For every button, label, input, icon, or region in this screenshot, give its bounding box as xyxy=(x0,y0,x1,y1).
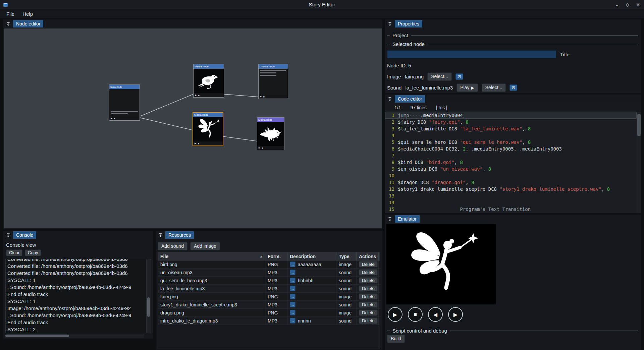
mini-play-icon[interactable]: ▶ xyxy=(195,142,196,145)
header-description[interactable]: Description xyxy=(287,252,336,260)
mini-stop-icon[interactable]: ■ xyxy=(262,147,263,149)
cell-type: sound xyxy=(336,269,357,276)
panel-title-code-editor[interactable]: Code editor xyxy=(395,95,425,103)
stop-button[interactable]: ■ xyxy=(408,307,423,322)
mini-play-icon[interactable]: ▶ xyxy=(259,147,260,149)
delete-button[interactable]: Delete xyxy=(359,317,378,324)
copy-button[interactable]: Copy xyxy=(25,249,41,256)
code-text: $mediaChoice0004 DC32, 2, .mediaEntry000… xyxy=(398,145,562,152)
delete-button[interactable]: Delete xyxy=(359,309,378,316)
add-sound-button[interactable]: Add sound xyxy=(158,242,187,250)
node-media-dragon[interactable]: Media node ▶ ■ xyxy=(257,117,284,150)
code-scrollbar-thumb[interactable] xyxy=(637,114,641,136)
collapse-icon[interactable] xyxy=(5,232,11,238)
code-scrollbar[interactable] xyxy=(637,112,641,213)
node-media-fairy[interactable]: Media node ▶ ■ xyxy=(193,112,223,146)
node-media-controls[interactable]: ▶ ■ xyxy=(259,95,288,99)
header-actions[interactable]: Actions xyxy=(357,252,379,260)
description-edit-button[interactable]: .. xyxy=(290,278,296,283)
description-edit-button[interactable]: .. xyxy=(290,294,296,299)
panel-title-node-editor[interactable]: Node editor xyxy=(13,20,43,27)
panel-title-emulator[interactable]: Emulator xyxy=(395,215,420,223)
table-row[interactable]: story1_drako_luminelle_sceptre.mp3MP3..s… xyxy=(158,301,380,309)
delete-button[interactable]: Delete xyxy=(359,301,378,308)
build-button[interactable]: Build xyxy=(387,335,405,343)
panel-title-console[interactable]: Console xyxy=(13,231,36,239)
mini-play-icon[interactable]: ▶ xyxy=(195,94,197,97)
code-lines[interactable]: 1jump····.mediaEntry00042$fairy DC8 "fai… xyxy=(385,112,637,213)
table-row[interactable]: un_oiseau.mp3MP3..soundDelete xyxy=(158,269,380,277)
image-select-button[interactable]: Select... xyxy=(427,72,452,81)
clear-button[interactable]: Clear xyxy=(6,249,22,256)
code-text: $la_fee_luminelle DC8 "la_fee_luminelle.… xyxy=(398,125,531,132)
play-button[interactable]: ▶ xyxy=(388,307,402,322)
panel-title-properties[interactable]: Properties xyxy=(395,20,422,27)
node-header: Intro node xyxy=(109,85,140,89)
maximize-icon[interactable]: ◇ xyxy=(626,2,629,7)
mini-stop-icon[interactable]: ■ xyxy=(198,94,199,97)
mini-play-icon[interactable]: ▶ xyxy=(260,95,262,98)
node-media-controls[interactable]: ▶ ■ xyxy=(257,146,284,150)
mini-stop-icon[interactable]: ■ xyxy=(114,117,115,120)
image-clear-button[interactable]: ⊠ xyxy=(455,73,463,80)
console-line: End of audio track xyxy=(7,319,151,326)
sound-clear-button[interactable]: ⊠ xyxy=(509,84,517,91)
node-canvas[interactable]: Intro node ▶ ■ Media node ▶ xyxy=(3,28,382,229)
delete-button[interactable]: Delete xyxy=(359,285,378,292)
console-vscrollbar[interactable] xyxy=(146,259,151,333)
mini-stop-icon[interactable]: ■ xyxy=(198,142,199,145)
delete-button[interactable]: Delete xyxy=(359,293,378,300)
console-hscrollbar[interactable] xyxy=(5,334,144,338)
step-back-button[interactable]: ◀ xyxy=(428,307,443,322)
header-file[interactable]: File ▲ xyxy=(158,252,265,260)
node-intro[interactable]: Intro node ▶ ■ xyxy=(109,84,140,121)
delete-button[interactable]: Delete xyxy=(359,261,378,268)
node-media-controls[interactable]: ▶ ■ xyxy=(109,116,140,120)
table-row[interactable]: intro_drako_le_dragon.mp3MP3..nnnnnsound… xyxy=(158,317,380,325)
sound-select-button[interactable]: Select... xyxy=(482,83,506,92)
description-edit-button[interactable]: .. xyxy=(290,302,296,307)
console-hscrollbar-thumb[interactable] xyxy=(5,335,69,337)
description-edit-button[interactable]: .. xyxy=(290,310,296,315)
table-row[interactable]: bird.pngPNG..aaaaaaaaaimageDelete xyxy=(158,260,380,269)
title-input[interactable] xyxy=(387,50,556,58)
titlebar[interactable]: Story Editor ⌄ ◇ ✕ xyxy=(0,0,644,9)
step-forward-button[interactable]: ▶ xyxy=(448,307,463,322)
description-edit-button[interactable]: .. xyxy=(290,270,296,275)
table-row[interactable]: fairy.pngPNG..imageDelete xyxy=(158,293,380,301)
panel-title-resources[interactable]: Resources xyxy=(165,231,194,239)
delete-button[interactable]: Delete xyxy=(359,269,378,276)
console-log: Converted file: /home/anthony/ostproj/ba… xyxy=(5,259,151,333)
collapse-icon[interactable] xyxy=(387,216,392,222)
node-media-controls[interactable]: ▶ ■ xyxy=(194,93,224,97)
header-format[interactable]: Form. xyxy=(265,252,287,260)
close-icon[interactable]: ✕ xyxy=(636,2,640,7)
console-line: SYSCALL: 1 xyxy=(7,277,151,284)
menu-help[interactable]: Help xyxy=(19,10,37,18)
collapse-icon[interactable] xyxy=(5,21,11,26)
description-edit-button[interactable]: .. xyxy=(290,318,296,324)
table-row[interactable]: qui_sera_le_hero.mp3MP3..bbbbbbsoundDele… xyxy=(158,277,380,285)
console-line: , Sound: /home/anthony/ostproj/ba869e4b-… xyxy=(7,312,151,319)
play-label: Play xyxy=(460,85,469,90)
node-choice[interactable]: Choice node ▶ ■ xyxy=(258,64,288,99)
description-edit-button[interactable]: .. xyxy=(290,261,296,267)
minimize-icon[interactable]: ⌄ xyxy=(615,2,619,7)
table-row[interactable]: la_fee_luminelle.mp3MP3..soundDelete xyxy=(158,285,380,293)
header-type[interactable]: Type xyxy=(336,252,357,260)
collapse-icon[interactable] xyxy=(158,232,163,238)
add-image-button[interactable]: Add image xyxy=(190,242,220,250)
table-row[interactable]: dragon.pngPNG..imageDelete xyxy=(158,309,380,317)
mini-play-icon[interactable]: ▶ xyxy=(111,117,112,120)
sound-play-button[interactable]: Play▶ xyxy=(457,83,478,92)
node-media-bird[interactable]: Media node ▶ ■ xyxy=(193,64,224,98)
menu-file[interactable]: File xyxy=(3,10,18,18)
console-vscrollbar-thumb[interactable] xyxy=(147,297,150,316)
description-edit-button[interactable]: .. xyxy=(290,286,296,291)
mini-stop-icon[interactable]: ■ xyxy=(263,96,264,98)
collapse-icon[interactable] xyxy=(387,21,392,26)
code-line: 14 xyxy=(385,199,637,206)
collapse-icon[interactable] xyxy=(387,96,392,102)
node-media-controls[interactable]: ▶ ■ xyxy=(193,141,223,145)
delete-button[interactable]: Delete xyxy=(359,277,378,284)
